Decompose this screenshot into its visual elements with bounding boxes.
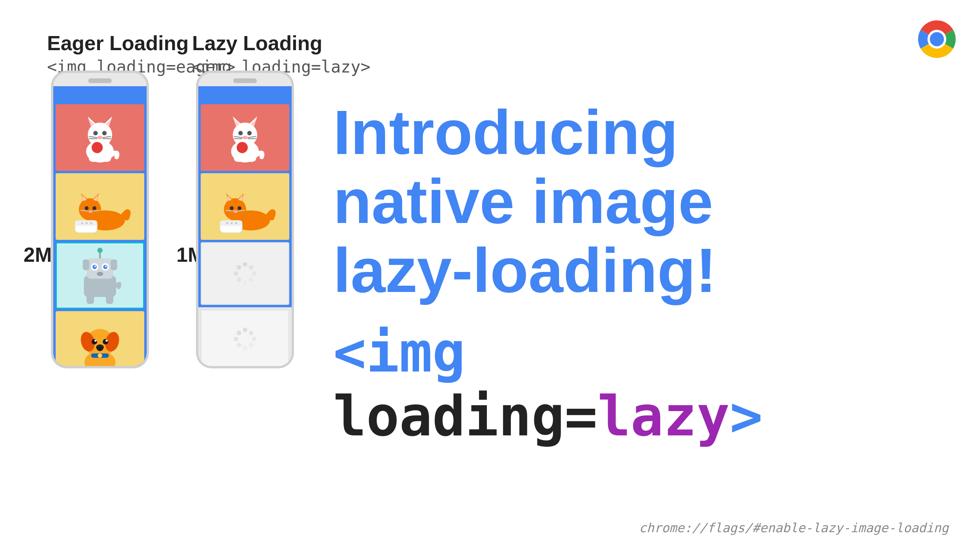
svg-marker-84 <box>227 195 232 201</box>
svg-point-107 <box>249 343 254 348</box>
svg-point-108 <box>243 346 247 351</box>
svg-point-32 <box>85 222 88 225</box>
svg-point-71 <box>247 131 252 135</box>
svg-point-56 <box>105 339 108 342</box>
lazy-white-cat-icon <box>201 104 289 171</box>
svg-rect-34 <box>84 276 116 297</box>
svg-point-81 <box>224 198 246 221</box>
svg-point-87 <box>238 206 241 210</box>
lazy-orange-cat-icon <box>201 173 289 240</box>
svg-point-98 <box>252 271 257 276</box>
svg-rect-36 <box>83 259 89 270</box>
lazy-below-viewport <box>198 307 292 368</box>
svg-point-100 <box>243 281 247 285</box>
svg-point-53 <box>92 339 97 344</box>
svg-point-88 <box>233 210 238 213</box>
svg-point-78 <box>234 155 243 162</box>
svg-point-110 <box>234 337 238 341</box>
spinner-2-icon <box>231 325 259 353</box>
svg-point-86 <box>230 206 234 210</box>
svg-point-24 <box>85 206 89 210</box>
svg-point-62 <box>98 345 99 347</box>
svg-point-44 <box>97 272 103 276</box>
svg-marker-23 <box>93 195 98 201</box>
svg-point-59 <box>98 353 102 358</box>
svg-point-95 <box>235 222 238 225</box>
code-value: lazy <box>597 384 730 448</box>
lazy-phone-speaker <box>233 78 257 83</box>
eager-card-1 <box>56 104 144 171</box>
svg-point-93 <box>226 222 229 225</box>
eager-card-4 <box>56 311 144 368</box>
svg-point-111 <box>237 331 241 335</box>
lazy-card-4-loading <box>201 310 289 368</box>
eager-card-2 <box>56 173 144 240</box>
introducing-text: Introducing native image lazy-loading! <box>333 98 921 305</box>
svg-point-77 <box>237 142 248 153</box>
svg-point-106 <box>252 337 257 341</box>
svg-rect-45 <box>87 294 94 304</box>
svg-point-54 <box>103 339 108 344</box>
phone-lazy-content <box>198 102 292 307</box>
right-text-section: Introducing native image lazy-loading! <… <box>333 98 921 448</box>
svg-point-26 <box>88 210 93 213</box>
svg-point-19 <box>79 198 101 221</box>
svg-point-17 <box>102 155 111 162</box>
svg-point-10 <box>97 136 103 140</box>
svg-point-61 <box>102 367 113 368</box>
svg-point-42 <box>94 266 96 267</box>
svg-point-101 <box>237 277 241 282</box>
flags-url: chrome://flags/#enable-lazy-image-loadin… <box>639 520 949 535</box>
svg-point-16 <box>89 155 98 162</box>
lazy-card-3-loading <box>201 242 289 305</box>
lazy-phone <box>196 71 294 368</box>
golden-dog-icon <box>56 311 144 368</box>
svg-point-97 <box>249 265 254 270</box>
svg-line-89 <box>225 210 232 211</box>
svg-rect-46 <box>106 294 113 304</box>
robot-dog-icon <box>57 243 143 308</box>
eager-phone <box>51 71 149 368</box>
svg-point-102 <box>234 271 238 276</box>
svg-line-27 <box>80 210 87 211</box>
svg-point-104 <box>243 328 247 332</box>
spinner-1-icon <box>231 260 259 287</box>
svg-point-33 <box>90 222 93 225</box>
svg-point-31 <box>81 222 83 225</box>
svg-point-70 <box>238 131 243 135</box>
svg-point-79 <box>247 155 256 162</box>
svg-point-99 <box>249 277 254 282</box>
svg-point-63 <box>101 345 102 347</box>
chrome-logo <box>913 16 960 63</box>
svg-point-55 <box>94 339 97 342</box>
code-attr: loading= <box>333 384 597 448</box>
phone-speaker <box>88 78 112 83</box>
code-bracket-close: > <box>730 384 762 448</box>
svg-point-25 <box>93 206 96 210</box>
lazy-title: Lazy Loading <box>192 31 370 55</box>
code-bracket-open: <img <box>333 321 465 384</box>
svg-point-15 <box>92 142 103 153</box>
eager-card-3 <box>56 242 144 309</box>
svg-point-9 <box>102 131 107 135</box>
lazy-card-2 <box>201 173 289 240</box>
svg-marker-85 <box>238 195 243 201</box>
white-cat-icon <box>56 104 144 171</box>
svg-marker-22 <box>82 195 87 201</box>
svg-point-109 <box>237 343 241 348</box>
svg-point-43 <box>105 266 107 267</box>
svg-line-90 <box>238 210 245 211</box>
svg-point-60 <box>87 367 98 368</box>
svg-point-8 <box>93 131 98 135</box>
svg-point-105 <box>249 331 254 335</box>
svg-rect-37 <box>111 259 117 270</box>
svg-point-94 <box>230 222 233 225</box>
svg-line-28 <box>93 210 100 211</box>
svg-point-48 <box>97 248 103 253</box>
svg-point-103 <box>237 265 241 270</box>
svg-point-1 <box>930 32 944 46</box>
svg-point-72 <box>242 136 248 140</box>
lazy-phone-browser-bar <box>198 86 292 102</box>
svg-point-96 <box>243 262 247 267</box>
orange-cat-icon <box>56 173 144 240</box>
